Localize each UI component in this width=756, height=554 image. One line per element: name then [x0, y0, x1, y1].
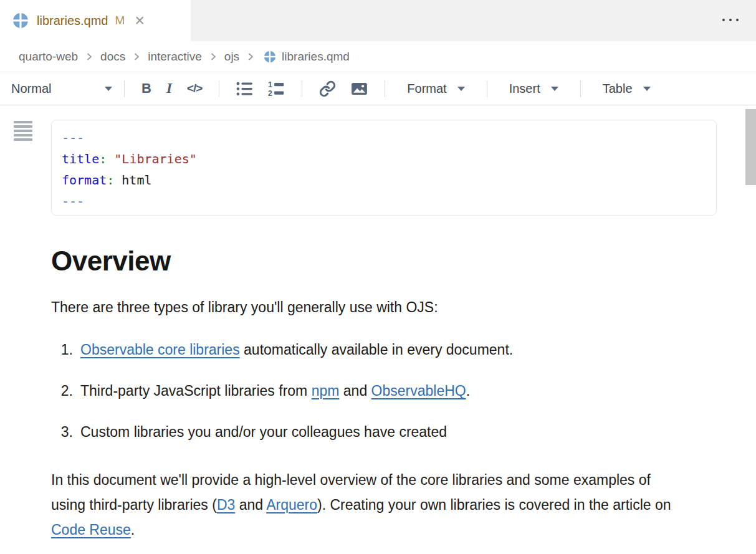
breadcrumb-item-interactive[interactable]: interactive	[148, 50, 202, 64]
bold-button[interactable]: B	[134, 80, 159, 97]
list-item-text: Custom libraries you and/or your colleag…	[80, 423, 447, 441]
yaml-entry-title: title:"Libraries"	[62, 148, 706, 170]
chevron-down-icon	[551, 87, 558, 91]
code-button[interactable]: </>	[179, 82, 209, 95]
tab-libraries-qmd[interactable]: libraries.qmd M ×	[0, 0, 191, 41]
format-menu[interactable]: Format	[395, 82, 477, 96]
visual-editor-surface[interactable]: --- title:"Libraries" format:html --- Ov…	[0, 105, 756, 553]
link-d3[interactable]: D3	[217, 497, 235, 513]
toolbar-separator	[580, 80, 581, 97]
list-item-text: Observable core libraries automatically …	[80, 340, 513, 359]
chevron-right-icon	[132, 52, 141, 62]
list-item-text: Third-party JavaScript libraries from np…	[80, 381, 470, 400]
table-menu-label: Table	[603, 82, 633, 96]
list-item-number: 3.	[51, 423, 73, 441]
breadcrumb-item-docs[interactable]: docs	[100, 50, 125, 64]
more-actions-icon[interactable]	[720, 15, 741, 25]
intro-paragraph: There are three types of library you'll …	[51, 298, 677, 317]
link-observablehq[interactable]: ObservableHQ	[371, 383, 466, 399]
vertical-scrollbar-thumb[interactable]	[745, 109, 756, 185]
chevron-down-icon	[105, 87, 112, 91]
closing-paragraph: In this document we'll provide a high-le…	[51, 467, 677, 542]
numbered-list-icon: 1 2	[268, 80, 285, 97]
table-menu[interactable]: Table	[590, 82, 663, 96]
breadcrumb: quarto-web docs interactive ojs librarie…	[0, 41, 756, 72]
chevron-down-icon	[457, 87, 465, 91]
image-button[interactable]	[343, 80, 375, 97]
breadcrumb-item-quarto-web[interactable]: quarto-web	[19, 50, 78, 64]
tab-filename: libraries.qmd	[37, 14, 108, 28]
yaml-delimiter: ---	[62, 191, 706, 212]
toolbar-separator	[487, 80, 487, 97]
toolbar-separator	[219, 80, 219, 97]
chevron-right-icon	[209, 52, 218, 62]
link-arquero[interactable]: Arquero	[266, 497, 317, 513]
chevron-right-icon	[246, 52, 255, 62]
ordered-list: 1. Observable core libraries automatical…	[51, 340, 717, 441]
yaml-delimiter: ---	[62, 127, 706, 148]
list-item-number: 1.	[51, 340, 73, 359]
bulleted-list-button[interactable]	[229, 80, 261, 97]
page-title: Overview	[51, 246, 717, 277]
svg-text:1: 1	[268, 80, 272, 89]
svg-text:2: 2	[268, 88, 272, 97]
insert-menu[interactable]: Insert	[497, 82, 571, 96]
paragraph-style-value: Normal	[11, 82, 51, 96]
bulleted-list-icon	[236, 80, 253, 97]
git-modified-badge: M	[115, 14, 125, 27]
list-item-number: 2.	[51, 381, 73, 400]
link-observable-core-libraries[interactable]: Observable core libraries	[80, 341, 240, 358]
close-tab-icon[interactable]: ×	[135, 14, 145, 27]
list-item: 1. Observable core libraries automatical…	[51, 340, 717, 359]
formatting-toolbar: Normal B I </> 1 2	[0, 72, 756, 105]
numbered-list-button[interactable]: 1 2	[261, 80, 292, 97]
quarto-file-icon	[264, 50, 276, 63]
toolbar-separator	[124, 80, 125, 97]
link-npm[interactable]: npm	[312, 383, 340, 399]
list-item: 3. Custom libraries you and/or your coll…	[51, 423, 717, 441]
image-icon	[351, 80, 368, 97]
yaml-front-matter-block[interactable]: --- title:"Libraries" format:html ---	[51, 120, 717, 216]
format-menu-label: Format	[407, 82, 446, 96]
quarto-file-icon	[12, 12, 29, 29]
breadcrumb-item-ojs[interactable]: ojs	[224, 50, 239, 64]
list-item: 2. Third-party JavaScript libraries from…	[51, 381, 717, 400]
drag-handle-icon[interactable]	[14, 121, 32, 141]
editor-tab-bar: libraries.qmd M ×	[0, 0, 756, 41]
chevron-right-icon	[85, 52, 93, 62]
link-button[interactable]	[312, 80, 343, 97]
toolbar-separator	[302, 80, 302, 97]
italic-button[interactable]: I	[159, 80, 179, 97]
link-code-reuse[interactable]: Code Reuse	[51, 522, 131, 538]
breadcrumb-item-libraries-qmd[interactable]: libraries.qmd	[282, 50, 350, 64]
insert-menu-label: Insert	[509, 82, 540, 96]
yaml-entry-format: format:html	[62, 170, 706, 191]
toolbar-separator	[385, 80, 385, 97]
paragraph-style-select[interactable]: Normal	[11, 82, 115, 96]
chevron-down-icon	[643, 87, 651, 91]
link-icon	[319, 80, 336, 97]
